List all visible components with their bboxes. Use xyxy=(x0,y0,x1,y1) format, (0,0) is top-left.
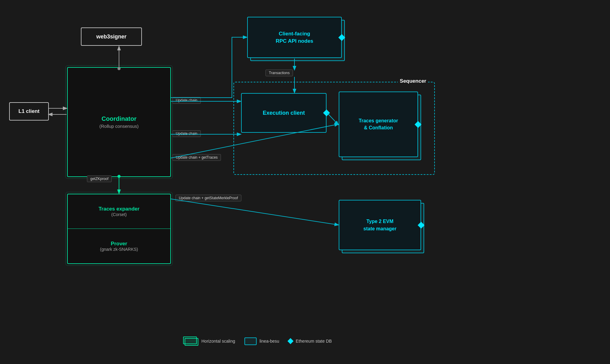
legend-horizontal-scaling-label: Horizontal scaling xyxy=(201,339,235,344)
traces-gen-node: Traces generator& Conflation xyxy=(339,92,418,157)
l1client-label: L1 client xyxy=(19,108,40,114)
rpc-node-container: Client-facingRPC API nodes xyxy=(247,17,342,58)
legend-ethereum-state-db-label: Ethereum state DB xyxy=(296,339,332,344)
execution-client-title: Execution client xyxy=(263,110,305,116)
sequencer-label: Sequencer xyxy=(398,78,428,84)
transactions-label: Transactions xyxy=(265,70,293,76)
traces-expander-title: Traces expander xyxy=(99,206,139,212)
coordinator-title: Coordinator xyxy=(102,115,136,122)
execution-client-node: Execution client xyxy=(241,93,327,133)
evm-manager-container: Type 2 EVMstate manager xyxy=(339,200,421,250)
update-chain-gettraces-label: Update chain + getTraces xyxy=(172,154,221,161)
coordinator-node: Coordinator (Rollup consensus) xyxy=(67,67,171,177)
update-chain-1-label: Update chain xyxy=(172,97,201,104)
update-chain-getstate-label: Update chain + getStateMerkleProof xyxy=(175,195,241,201)
update-chain-2-label: Update chain xyxy=(172,130,201,137)
legend-diamond-icon xyxy=(287,338,294,344)
traces-expander-subtitle: (Corset) xyxy=(111,212,127,217)
legend-linea-besu-label: linea-besu xyxy=(260,339,280,344)
legend-ethereum-state-db: Ethereum state DB xyxy=(288,339,332,344)
evm-manager-node: Type 2 EVMstate manager xyxy=(339,200,421,250)
evm-manager-title: Type 2 EVMstate manager xyxy=(363,218,397,232)
getzkproof-label: getZKproof xyxy=(87,175,112,182)
traces-gen-container: Traces generator& Conflation xyxy=(339,92,418,157)
legend: Horizontal scaling linea-besu Ethereum s… xyxy=(183,337,332,346)
l1client-node: L1 client xyxy=(9,102,49,121)
diagram-container: web3signer L1 client Coordinator (Rollup… xyxy=(0,0,610,364)
coordinator-subtitle: (Rollup consensus) xyxy=(99,124,139,129)
web3signer-label: web3signer xyxy=(96,34,126,40)
traces-gen-title: Traces generator& Conflation xyxy=(359,117,398,131)
legend-linea-besu: linea-besu xyxy=(244,337,280,345)
legend-linea-besu-icon xyxy=(244,337,257,345)
prover-subtitle: (gnark zk-SNARKS) xyxy=(100,247,138,252)
svg-line-9 xyxy=(171,199,338,225)
rpc-node: Client-facingRPC API nodes xyxy=(247,17,342,58)
prover-title: Prover xyxy=(111,241,127,247)
rpc-title: Client-facingRPC API nodes xyxy=(276,30,313,45)
legend-horizontal-scaling: Horizontal scaling xyxy=(183,337,235,346)
web3signer-node: web3signer xyxy=(81,27,142,46)
traces-prover-node: Traces expander (Corset) Prover (gnark z… xyxy=(67,194,171,264)
